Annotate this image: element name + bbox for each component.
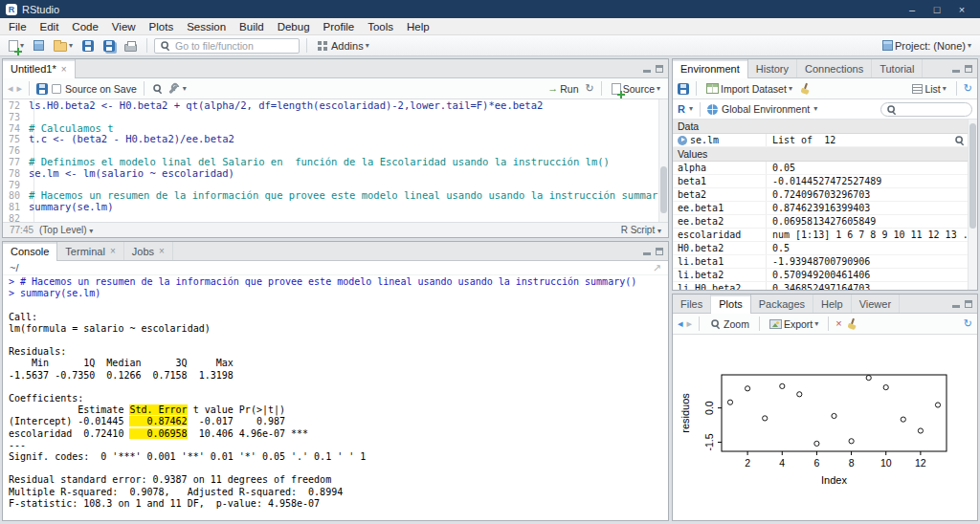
new-file-button[interactable]: ▾	[6, 39, 27, 53]
environment-row[interactable]: ee.beta10.874623916399403	[673, 202, 977, 215]
environment-row[interactable]: ee.beta20.0695813427605849	[673, 215, 977, 229]
tab-viewer[interactable]: Viewer	[852, 295, 900, 313]
tab-packages[interactable]: Packages	[751, 295, 813, 313]
export-button[interactable]: Export▾	[767, 317, 821, 331]
new-project-button[interactable]	[31, 39, 47, 52]
minimize-pane-icon[interactable]	[952, 300, 960, 308]
addins-button[interactable]: Addins▾	[314, 39, 372, 53]
run-button[interactable]: →Run	[545, 82, 581, 96]
environment-row[interactable]: H0.beta20.5	[673, 242, 977, 255]
previous-plot-icon[interactable]: ◂	[678, 318, 683, 329]
maximize-window-icon[interactable]: □	[924, 0, 949, 18]
environment-search-input[interactable]	[898, 104, 965, 115]
environment-scrollbar[interactable]	[968, 120, 977, 290]
tab-help[interactable]: Help	[813, 295, 852, 313]
environment-row[interactable]: beta20.724096703296703	[673, 188, 977, 202]
tab-connections[interactable]: Connections	[797, 59, 872, 77]
menu-code[interactable]: Code	[65, 18, 105, 34]
editor-line[interactable]: 77# Definimos el modelo linal del Salari…	[3, 157, 658, 168]
tab-files[interactable]: Files	[673, 295, 711, 313]
environment-row[interactable]: escolaridadnum [1:13] 1 6 7 8 9 10 11 12…	[673, 229, 977, 242]
menu-view[interactable]: View	[105, 18, 143, 34]
source-button[interactable]: Source▾	[609, 82, 663, 96]
save-workspace-icon[interactable]	[678, 83, 689, 95]
save-icon[interactable]	[36, 83, 48, 95]
environment-row[interactable]: se.lmList of 12	[673, 134, 977, 147]
menu-profile[interactable]: Profile	[317, 18, 362, 34]
maximize-pane-icon[interactable]	[656, 65, 663, 73]
popout-console-icon[interactable]: ↗	[653, 263, 661, 273]
close-tab-icon[interactable]: ×	[110, 246, 116, 256]
environment-row[interactable]: li.beta1-1.93948700790906	[673, 255, 977, 269]
tab-untitled1[interactable]: Untitled1*×	[3, 59, 76, 78]
list-view-button[interactable]: List▾	[909, 82, 948, 96]
tab-plots[interactable]: Plots	[711, 295, 750, 314]
code-editor[interactable]: 72ls.H0.beta2 <- H0.beta2 + qt(alpha/2, …	[3, 99, 668, 222]
scrollbar-thumb[interactable]	[969, 123, 976, 229]
goto-file-input[interactable]	[175, 40, 290, 52]
print-button[interactable]	[122, 39, 140, 53]
forward-icon[interactable]: ▸	[17, 83, 23, 94]
environment-row[interactable]: alpha0.05	[673, 162, 977, 175]
save-all-button[interactable]	[100, 39, 118, 53]
find-replace-icon[interactable]	[152, 83, 162, 93]
menu-session[interactable]: Session	[180, 18, 233, 34]
file-type-selector[interactable]: R Script ▾	[621, 225, 661, 235]
maximize-pane-icon[interactable]	[965, 65, 972, 73]
menu-plots[interactable]: Plots	[143, 18, 181, 34]
menu-file[interactable]: File	[2, 18, 33, 34]
refresh-icon[interactable]: ↻	[964, 83, 972, 94]
next-plot-icon[interactable]: ▸	[687, 318, 693, 329]
tab-tutorial[interactable]: Tutorial	[872, 59, 923, 77]
console-output[interactable]: > # Hacemos un resumen de la información…	[3, 275, 668, 520]
environment-row[interactable]: li.beta20.570949200461406	[673, 269, 977, 282]
zoom-button[interactable]: Zoom	[706, 317, 752, 331]
expand-object-icon[interactable]	[678, 136, 687, 145]
project-selector[interactable]: Project: (None)▾	[880, 39, 974, 53]
clear-plots-icon[interactable]	[846, 318, 858, 330]
minimize-pane-icon[interactable]	[643, 65, 651, 73]
editor-scrollbar[interactable]	[658, 99, 668, 222]
editor-line[interactable]: 75t.c <- (beta2 - H0.beta2)/ee.beta2	[3, 134, 658, 145]
r-version-selector[interactable]: R	[678, 103, 685, 115]
minimize-pane-icon[interactable]	[952, 65, 960, 73]
editor-line[interactable]: 82	[3, 213, 658, 222]
save-button[interactable]	[79, 39, 97, 53]
tab-environment[interactable]: Environment	[673, 59, 748, 78]
minimize-pane-icon[interactable]	[643, 248, 651, 255]
plot-canvas[interactable]: 246810120.0-1.5Indexresiduos	[673, 335, 977, 520]
menu-build[interactable]: Build	[233, 18, 271, 34]
source-on-save-checkbox[interactable]	[52, 84, 61, 94]
scope-selector[interactable]: (Top Level) ▾	[39, 225, 93, 235]
goto-file-box[interactable]	[154, 38, 300, 54]
open-file-button[interactable]: ▾	[51, 39, 76, 53]
refresh-plot-icon[interactable]: ↻	[964, 318, 972, 329]
back-icon[interactable]: ◂	[8, 83, 13, 94]
remove-plot-icon[interactable]: ×	[835, 318, 841, 329]
menu-debug[interactable]: Debug	[271, 18, 317, 34]
close-tab-icon[interactable]: ×	[159, 246, 165, 256]
environment-row[interactable]: beta1-0.0144527472527489	[673, 175, 977, 188]
menu-tools[interactable]: Tools	[361, 18, 400, 34]
tab-jobs[interactable]: Jobs×	[124, 242, 173, 260]
tab-terminal[interactable]: Terminal×	[57, 242, 123, 260]
code-tools-icon[interactable]	[167, 83, 179, 95]
menu-edit[interactable]: Edit	[33, 18, 66, 34]
editor-line[interactable]: 72ls.H0.beta2 <- H0.beta2 + qt(alpha/2, …	[3, 100, 658, 112]
tab-history[interactable]: History	[748, 59, 797, 77]
maximize-pane-icon[interactable]	[965, 300, 972, 308]
inspect-object-icon[interactable]	[954, 135, 964, 144]
environment-row[interactable]: li.H0.beta20.346852497164703	[673, 282, 977, 290]
rerun-icon[interactable]: ↻	[585, 83, 593, 94]
editor-line[interactable]: 73	[3, 112, 658, 123]
import-dataset-button[interactable]: Import Dataset▾	[703, 82, 795, 96]
editor-line[interactable]: 78se.lm <- lm(salario ~ escolaridad)	[3, 168, 658, 180]
close-tab-icon[interactable]: ×	[61, 64, 67, 75]
clear-workspace-icon[interactable]	[799, 83, 811, 95]
maximize-pane-icon[interactable]	[656, 248, 663, 255]
menu-help[interactable]: Help	[400, 18, 436, 34]
tab-console[interactable]: Console	[3, 242, 57, 261]
scrollbar-thumb[interactable]	[660, 166, 667, 213]
close-window-icon[interactable]: ×	[949, 0, 974, 18]
environment-scope-selector[interactable]: Global Environment	[722, 103, 810, 115]
